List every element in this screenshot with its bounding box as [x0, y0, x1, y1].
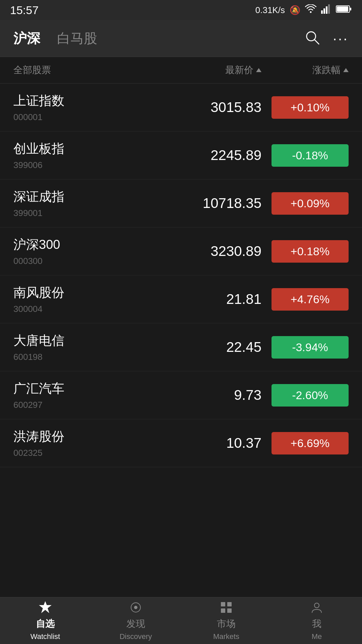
stock-change: -2.60% — [261, 384, 349, 407]
stock-code: 300004 — [13, 304, 168, 314]
bottom-nav: 自选 Watchlist 发现 Discovery 市场 Markets 我 M… — [0, 597, 362, 644]
stock-name: 上证指数 — [13, 92, 168, 109]
svg-rect-13 — [221, 602, 225, 606]
stock-code: 002325 — [13, 448, 168, 458]
stock-price: 3015.83 — [168, 99, 261, 115]
stock-item[interactable]: 南风股份 300004 21.81 +4.76% — [0, 275, 362, 323]
stock-item[interactable]: 上证指数 000001 3015.83 +0.10% — [0, 84, 362, 131]
nav-label-cn: 发现 — [126, 618, 145, 630]
svg-rect-7 — [337, 6, 348, 12]
stock-code: 600297 — [13, 400, 168, 410]
header-actions: ··· — [305, 30, 349, 47]
col-change-header[interactable]: 涨跌幅 — [261, 64, 349, 76]
stock-price: 21.81 — [168, 291, 261, 307]
mute-icon: 🔕 — [290, 5, 300, 15]
svg-rect-2 — [323, 8, 325, 14]
stock-change: +0.09% — [261, 192, 349, 215]
header: 沪深 白马股 ··· — [0, 20, 362, 57]
svg-point-17 — [314, 603, 319, 608]
stock-price: 3230.89 — [168, 243, 261, 259]
nav-label-en: Discovery — [120, 632, 152, 641]
stock-item[interactable]: 广汇汽车 600297 9.73 -2.60% — [0, 371, 362, 419]
svg-point-0 — [310, 11, 312, 13]
price-sort-arrow — [256, 68, 261, 72]
stock-info: 沪深300 000300 — [13, 236, 168, 266]
stock-code: 000300 — [13, 256, 168, 266]
change-sort-arrow — [343, 68, 349, 72]
stock-name: 深证成指 — [13, 188, 168, 205]
stock-change: -3.94% — [261, 336, 349, 359]
stock-change: +0.18% — [261, 240, 349, 263]
stock-name: 广汇汽车 — [13, 380, 168, 397]
column-headers: 全部股票 最新价 涨跌幅 — [0, 57, 362, 84]
nav-item-markets[interactable]: 市场 Markets — [181, 601, 272, 641]
svg-marker-10 — [40, 602, 51, 612]
col-price-header[interactable]: 最新价 — [168, 64, 261, 76]
change-badge: +0.10% — [272, 96, 349, 119]
svg-rect-3 — [326, 6, 327, 14]
change-badge: +0.18% — [272, 240, 349, 263]
svg-point-12 — [134, 606, 137, 609]
watchlist-icon — [39, 601, 52, 615]
stock-item[interactable]: 大唐电信 600198 22.45 -3.94% — [0, 323, 362, 371]
stock-info: 大唐电信 600198 — [13, 332, 168, 362]
svg-rect-4 — [328, 4, 330, 14]
status-time: 15:57 — [10, 4, 39, 17]
stock-item[interactable]: 深证成指 399001 10718.35 +0.09% — [0, 179, 362, 227]
stock-price: 9.73 — [168, 387, 261, 403]
change-badge: +0.09% — [272, 192, 349, 215]
svg-rect-1 — [321, 10, 323, 14]
stock-list: 上证指数 000001 3015.83 +0.10% 创业板指 399006 2… — [0, 84, 362, 467]
stock-item[interactable]: 创业板指 399006 2245.89 -0.18% — [0, 131, 362, 179]
svg-rect-15 — [221, 608, 225, 613]
nav-label-cn: 我 — [312, 618, 321, 630]
nav-item-me[interactable]: 我 Me — [272, 601, 362, 641]
status-bar: 15:57 0.31K/s 🔕 — [0, 0, 362, 20]
tab-husheng[interactable]: 沪深 — [13, 29, 40, 48]
stock-info: 南风股份 300004 — [13, 284, 168, 314]
stock-info: 深证成指 399001 — [13, 188, 168, 218]
signal-icon — [321, 4, 331, 16]
stock-code: 600198 — [13, 352, 168, 362]
stock-price: 10.37 — [168, 435, 261, 451]
nav-label-cn: 市场 — [217, 618, 236, 630]
stock-name: 洪涛股份 — [13, 428, 168, 445]
stock-change: +6.69% — [261, 432, 349, 454]
search-button[interactable] — [305, 30, 321, 47]
change-badge: -3.94% — [272, 336, 349, 359]
markets-icon — [220, 601, 233, 615]
change-badge: -2.60% — [272, 384, 349, 407]
battery-icon — [336, 5, 352, 16]
change-badge: -0.18% — [272, 144, 349, 167]
tab-baimagu[interactable]: 白马股 — [57, 29, 97, 48]
change-badge: +4.76% — [272, 288, 349, 311]
change-badge: +6.69% — [272, 432, 349, 454]
more-button[interactable]: ··· — [333, 32, 349, 46]
stock-price: 10718.35 — [168, 195, 261, 211]
stock-code: 399006 — [13, 160, 168, 170]
wifi-icon — [305, 4, 316, 16]
stock-info: 创业板指 399006 — [13, 140, 168, 170]
col-name-header: 全部股票 — [13, 64, 168, 76]
discovery-icon — [129, 601, 142, 615]
network-speed: 0.31K/s — [255, 5, 285, 15]
stock-change: +4.76% — [261, 288, 349, 311]
status-icons: 0.31K/s 🔕 — [255, 4, 352, 16]
stock-name: 大唐电信 — [13, 332, 168, 349]
stock-info: 上证指数 000001 — [13, 92, 168, 122]
stock-code: 399001 — [13, 208, 168, 218]
svg-rect-6 — [350, 8, 351, 10]
nav-item-watchlist[interactable]: 自选 Watchlist — [0, 601, 90, 641]
header-tabs: 沪深 白马股 — [13, 29, 97, 48]
nav-label-en: Markets — [213, 632, 239, 641]
stock-code: 000001 — [13, 112, 168, 122]
nav-item-discovery[interactable]: 发现 Discovery — [90, 601, 181, 641]
stock-price: 22.45 — [168, 339, 261, 355]
svg-rect-16 — [227, 608, 232, 613]
stock-name: 创业板指 — [13, 140, 168, 157]
stock-item[interactable]: 洪涛股份 002325 10.37 +6.69% — [0, 419, 362, 467]
stock-change: +0.10% — [261, 96, 349, 119]
stock-item[interactable]: 沪深300 000300 3230.89 +0.18% — [0, 227, 362, 275]
stock-info: 广汇汽车 600297 — [13, 380, 168, 410]
stock-info: 洪涛股份 002325 — [13, 428, 168, 458]
